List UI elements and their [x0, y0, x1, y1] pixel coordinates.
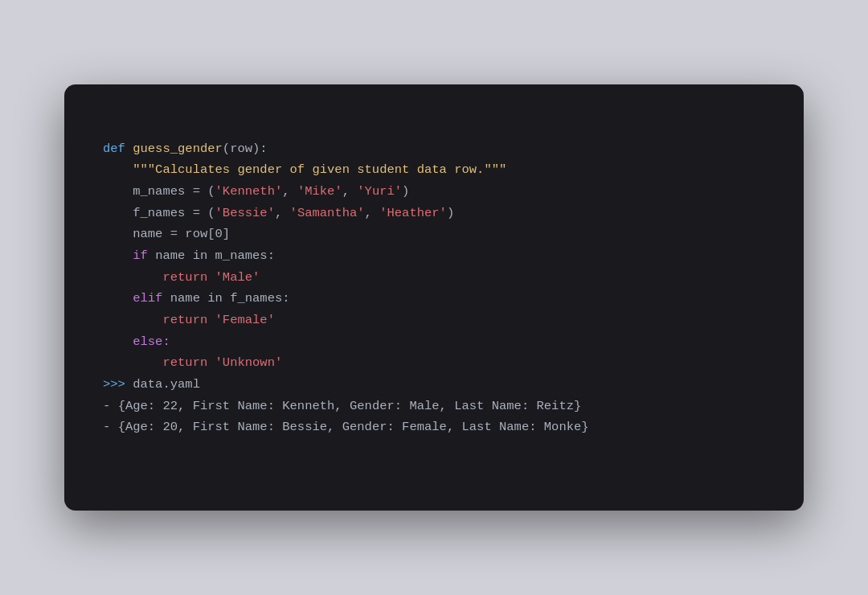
line-14: - {Age: 20, First Name: Bessie, Gender: … — [103, 420, 589, 434]
line-8: elif name in f_names: — [103, 291, 290, 306]
line-13: - {Age: 22, First Name: Kenneth, Gender:… — [103, 399, 581, 413]
line-10: else: — [103, 334, 170, 349]
line-12: >>> data.yaml — [103, 377, 200, 392]
line-6: if name in m_names: — [103, 248, 275, 263]
line-1: def guess_gender(row): — [103, 142, 268, 156]
line-9: return 'Female' — [103, 313, 275, 327]
line-11: return 'Unknown' — [103, 355, 282, 370]
code-editor: def guess_gender(row): """Calculates gen… — [103, 117, 765, 460]
line-2: """Calculates gender of given student da… — [103, 162, 506, 177]
code-window: def guess_gender(row): """Calculates gen… — [64, 84, 804, 511]
line-5: name = row[0] — [103, 227, 230, 241]
line-3: m_names = ('Kenneth', 'Mike', 'Yuri') — [103, 184, 409, 199]
line-4: f_names = ('Bessie', 'Samantha', 'Heathe… — [103, 206, 454, 220]
line-7: return 'Male' — [103, 270, 260, 285]
